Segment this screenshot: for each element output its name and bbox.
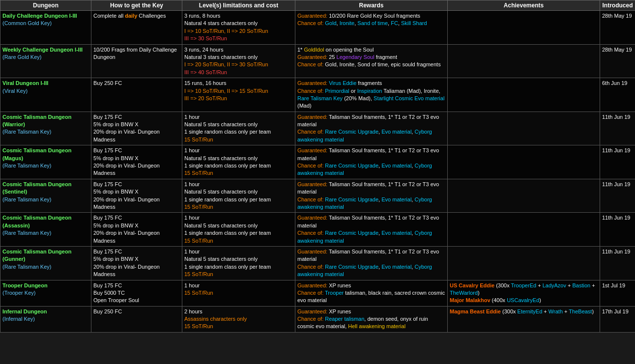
- introduced-cell: 11th Jun 19: [600, 213, 635, 247]
- achievements-cell: [448, 213, 600, 247]
- introduced-cell: 28th May 19: [600, 44, 635, 78]
- dungeon-name: Viral Dungeon I-III: [2, 80, 48, 86]
- dungeon-cell: Cosmic Talisman Dungeon (Warrior)(Rare T…: [0, 112, 91, 145]
- dungeon-cell: Weekly Challenge Dungeon I-III(Rare Gold…: [0, 44, 91, 78]
- dungeon-name: Cosmic Talisman Dungeon (Warrior): [2, 114, 71, 127]
- introduced-cell: 11th Jun 19: [600, 145, 635, 179]
- levels-cell: 1 hourNatural 5 stars characters only1 s…: [182, 179, 295, 213]
- rewards-cell: Guaranteed: 10/200 Rare Gold Key Soul fr…: [295, 11, 448, 45]
- achievements-cell: US Cavalry Eddie (300x TrooperEd + LadyA…: [448, 280, 600, 306]
- key-cell: Buy 175 FC5% drop in BNW X20% drop in Vi…: [91, 179, 182, 213]
- key-cell: Buy 175 FC5% drop in BNW X20% drop in Vi…: [91, 246, 182, 280]
- levels-cell: 1 hour15 SoT/Run: [182, 280, 295, 306]
- header-rewards: Rewards: [295, 0, 448, 11]
- achievements-cell: Magma Beast Eddie (300x EternityEd + Wra…: [448, 306, 600, 332]
- rewards-cell: Guaranteed: Talisman Soul framents, 1* T…: [295, 179, 448, 213]
- levels-cell: 2 hoursAssassins characters only15 SoT/R…: [182, 306, 295, 332]
- table-row: Cosmic Talisman Dungeon (Warrior)(Rare T…: [0, 112, 635, 145]
- key-label: (Rare Talisman Key): [2, 264, 51, 270]
- table-row: Viral Dungeon I-III(Viral Key) Buy 250 F…: [0, 78, 635, 112]
- rewards-cell: 1* GoldIdol on opening the SoulGuarantee…: [295, 44, 448, 78]
- key-cell: Buy 250 FC: [91, 78, 182, 112]
- achievements-cell: [448, 78, 600, 112]
- key-label: (Rare Talisman Key): [2, 163, 51, 168]
- dungeon-cell: Cosmic Talisman Dungeon (Sentinel)(Rare …: [0, 179, 91, 213]
- achievements-cell: [448, 179, 600, 213]
- introduced-cell: 6th Jun 19: [600, 78, 635, 112]
- key-label: (Infernal Key): [2, 316, 35, 322]
- dungeon-name: Cosmic Talisman Dungeon (Assassin): [2, 215, 71, 228]
- levels-cell: 1 hourNatural 5 stars characters only1 s…: [182, 145, 295, 179]
- dungeon-cell: Viral Dungeon I-III(Viral Key): [0, 78, 91, 112]
- table-row: Weekly Challenge Dungeon I-III(Rare Gold…: [0, 44, 635, 78]
- levels-cell: 15 runs, 16 hoursI => 10 SoT/Run, II => …: [182, 78, 295, 112]
- introduced-cell: 28th May 19: [600, 11, 635, 45]
- achievements-cell: [448, 246, 600, 280]
- achievements-cell: [448, 11, 600, 45]
- levels-cell: 1 hourNatural 5 stars characters only1 s…: [182, 112, 295, 145]
- key-label: (Rare Talisman Key): [2, 196, 51, 202]
- table-row: Cosmic Talisman Dungeon (Magus)(Rare Tal…: [0, 145, 635, 179]
- dungeon-table: Dungeon How to get the Key Level(s) limi…: [0, 0, 635, 333]
- key-label: (Rare Gold Key): [2, 54, 41, 60]
- rewards-cell: Guaranteed: XP runesChance of: Reaper ta…: [295, 306, 448, 332]
- dungeon-name: Cosmic Talisman Dungeon (Sentinel): [2, 181, 71, 195]
- dungeon-name: Trooper Dungeon: [2, 282, 48, 288]
- key-cell: Complete all daily Challenges: [91, 11, 182, 45]
- key-label: (Viral Key): [2, 88, 28, 94]
- dungeon-name: Weekly Challenge Dungeon I-III: [2, 47, 83, 53]
- rewards-cell: Guaranteed: Virus Eddie fragmentsChance …: [295, 78, 448, 112]
- dungeon-cell: Trooper Dungeon(Trooper Key): [0, 280, 91, 306]
- levels-cell: 3 runs, 8 hoursNatural 4 stars character…: [182, 11, 295, 45]
- key-cell: Buy 250 FC: [91, 306, 182, 332]
- achievements-cell: [448, 44, 600, 78]
- introduced-cell: 11th Jun 19: [600, 112, 635, 145]
- levels-cell: 1 hourNatural 5 stars characters only1 s…: [182, 213, 295, 247]
- introduced-cell: 17th Jul 19: [600, 306, 635, 332]
- dungeon-name: Cosmic Talisman Dungeon (Magus): [2, 147, 71, 161]
- dungeon-cell: Cosmic Talisman Dungeon (Gunner)(Rare Ta…: [0, 246, 91, 280]
- key-cell: Buy 175 FC5% drop in BNW X20% drop in Vi…: [91, 213, 182, 247]
- dungeon-cell: Infernal Dungeon(Infernal Key): [0, 306, 91, 332]
- dungeon-name: Daily Challenge Dungeon I-III: [2, 13, 77, 19]
- dungeon-name: Infernal Dungeon: [2, 308, 47, 314]
- table-row: Cosmic Talisman Dungeon (Sentinel)(Rare …: [0, 179, 635, 213]
- achievements-cell: [448, 145, 600, 179]
- introduced-cell: 1st Jul 19: [600, 280, 635, 306]
- rewards-cell: Guaranteed: Talisman Soul framents, 1* T…: [295, 213, 448, 247]
- rewards-cell: Guaranteed: Talisman Soul framents, 1* T…: [295, 145, 448, 179]
- table-row: Cosmic Talisman Dungeon (Assassin)(Rare …: [0, 213, 635, 247]
- key-label: (Rare Talisman Key): [2, 230, 51, 236]
- key-cell: 10/200 Frags from Daily Challenge Dungeo…: [91, 44, 182, 78]
- key-cell: Buy 175 FCBuy 5000 TCOpen Trooper Soul: [91, 280, 182, 306]
- header-levels: Level(s) limitations and cost: [182, 0, 295, 11]
- header-introduced: Introduced: [600, 0, 635, 11]
- table-row: Daily Challenge Dungeon I-III(Common Gol…: [0, 11, 635, 45]
- dungeon-cell: Daily Challenge Dungeon I-III(Common Gol…: [0, 11, 91, 45]
- key-cell: Buy 175 FC5% drop in BNW X20% drop in Vi…: [91, 145, 182, 179]
- key-label: (Common Gold Key): [2, 20, 52, 26]
- introduced-cell: 11th Jun 19: [600, 246, 635, 280]
- levels-cell: 1 hourNatural 5 stars characters only1 s…: [182, 246, 295, 280]
- levels-cell: 3 runs, 24 hoursNatural 3 stars characte…: [182, 44, 295, 78]
- key-label: (Trooper Key): [2, 290, 35, 296]
- rewards-cell: Guaranteed: XP runesChance of: Trooper t…: [295, 280, 448, 306]
- table-row: Cosmic Talisman Dungeon (Gunner)(Rare Ta…: [0, 246, 635, 280]
- header-key: How to get the Key: [91, 0, 182, 11]
- table-row: Trooper Dungeon(Trooper Key) Buy 175 FCB…: [0, 280, 635, 306]
- rewards-cell: Guaranteed: Talisman Soul framents, 1* T…: [295, 112, 448, 145]
- key-label: (Rare Talisman Key): [2, 129, 51, 135]
- introduced-cell: 11th Jun 19: [600, 179, 635, 213]
- dungeon-cell: Cosmic Talisman Dungeon (Assassin)(Rare …: [0, 213, 91, 247]
- dungeon-name: Cosmic Talisman Dungeon (Gunner): [2, 249, 71, 262]
- key-cell: Buy 175 FC5% drop in BNW X20% drop in Vi…: [91, 112, 182, 145]
- table-row: Infernal Dungeon(Infernal Key) Buy 250 F…: [0, 306, 635, 332]
- dungeon-cell: Cosmic Talisman Dungeon (Magus)(Rare Tal…: [0, 145, 91, 179]
- rewards-cell: Guaranteed: Talisman Soul framents, 1* T…: [295, 246, 448, 280]
- achievements-cell: [448, 112, 600, 145]
- header-dungeon: Dungeon: [0, 0, 91, 11]
- header-achievements: Achievements: [448, 0, 600, 11]
